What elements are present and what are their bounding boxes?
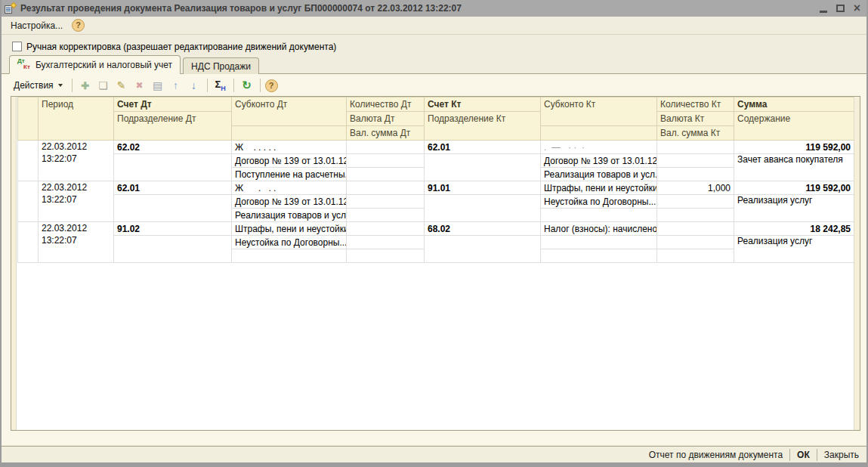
posting-row[interactable]: ДтКт 22.03.201213:22:07 91.02 Штрафы, пе… <box>18 222 854 236</box>
subdiv-kt-cell[interactable] <box>425 154 541 181</box>
subdiv-kt-cell[interactable] <box>425 236 541 263</box>
qty-kt-cell[interactable] <box>657 222 734 236</box>
period-cell[interactable]: 22.03.201213:22:07 <box>39 141 114 181</box>
cur-dt-cell[interactable] <box>347 195 425 209</box>
cur-dt-cell[interactable] <box>347 154 425 168</box>
amount-cell[interactable]: 119 592,00 <box>734 181 854 195</box>
header-qty-kt: Количество Кт <box>657 97 734 112</box>
posting-row[interactable]: ДтКт 22.03.201213:22:07 62.02 Ж . . . . … <box>18 141 854 154</box>
cursum-dt-cell[interactable] <box>347 209 425 222</box>
subconto-dt-cell[interactable]: Договор № 139 от 13.01.12г. <box>232 154 347 168</box>
subconto-dt-cell[interactable]: Ж . . . . . <box>232 141 347 154</box>
subconto-dt-cell[interactable] <box>232 249 347 263</box>
cursum-kt-cell[interactable] <box>657 209 734 222</box>
refresh-icon[interactable]: ↻ <box>239 78 255 93</box>
subconto-kt-cell[interactable]: Неустойка по Договорны... <box>541 195 657 209</box>
subdiv-dt-cell[interactable] <box>114 195 232 222</box>
posting-row[interactable]: Договор № 139 от 13.01.12г. Неустойка по… <box>18 195 854 209</box>
posting-row[interactable]: ДтКт 22.03.201213:22:07 62.01 Ж . . . 91… <box>18 181 854 195</box>
help-icon[interactable]: ? <box>265 79 278 92</box>
header-cursum-kt: Вал. сумма Кт <box>657 126 734 141</box>
menu-settings[interactable]: Настройка... <box>8 19 66 32</box>
content-cell[interactable]: Реализация услуг <box>734 195 854 222</box>
subconto-dt-cell[interactable]: Неустойка по Договорны... <box>232 236 347 249</box>
tab-vat-sales[interactable]: НДС Продажи <box>183 57 259 74</box>
toolbar-separator <box>207 79 208 92</box>
qty-dt-cell[interactable] <box>347 222 425 236</box>
subconto-kt-cell[interactable]: Штрафы, пени и неустойки... <box>541 181 657 195</box>
subconto-dt-cell[interactable]: Ж . . . <box>232 181 347 195</box>
account-dt-cell[interactable]: 62.01 <box>114 181 232 195</box>
header-period: Период <box>39 97 114 141</box>
window-title: Результат проведения документа Реализаци… <box>20 3 815 14</box>
subconto-kt-cell[interactable] <box>541 249 657 263</box>
cur-kt-cell[interactable] <box>657 154 734 168</box>
close-button[interactable]: Закрыть <box>824 450 859 460</box>
cursum-kt-cell[interactable] <box>657 168 734 181</box>
subconto-kt-cell[interactable]: Налог (взносы): начислено... <box>541 222 657 236</box>
header-subdiv-dt: Подразделение Дт <box>114 112 232 141</box>
cursum-kt-cell[interactable] <box>657 249 734 263</box>
delete-icon[interactable]: ✖ <box>131 78 148 93</box>
subconto-dt-cell[interactable]: Договор № 139 от 13.01.12г. <box>232 195 347 209</box>
period-cell[interactable]: 22.03.201213:22:07 <box>39 181 114 222</box>
subconto-kt-cell[interactable]: . — · · · <box>541 141 657 154</box>
posting-row[interactable]: Неустойка по Договорны... Реализация усл… <box>18 236 854 249</box>
cur-kt-cell[interactable] <box>657 236 734 249</box>
header-amount: Сумма <box>734 97 854 112</box>
subconto-dt-cell[interactable]: Поступление на расчетны... <box>232 168 347 181</box>
ok-button[interactable]: ОК <box>797 450 810 460</box>
account-dt-cell[interactable]: 62.02 <box>114 141 232 154</box>
subdiv-kt-cell[interactable] <box>425 195 541 222</box>
account-dt-cell[interactable]: 91.02 <box>114 222 232 236</box>
move-down-icon[interactable]: ↓ <box>186 78 202 93</box>
toolbar-separator <box>260 79 261 92</box>
actions-menu-button[interactable]: Действия <box>11 79 67 92</box>
qty-kt-cell[interactable]: 1,000 <box>657 181 734 195</box>
content-cell[interactable]: Реализация услуг <box>734 236 854 263</box>
header-content: Содержание <box>734 112 854 141</box>
qty-kt-cell[interactable] <box>657 141 734 154</box>
subconto-kt-cell[interactable] <box>541 209 657 222</box>
edit-icon[interactable]: ✎ <box>113 78 130 93</box>
header-subconto-dt-filler <box>232 126 347 141</box>
subconto-kt-cell[interactable]: Договор № 139 от 13.01.12г. <box>541 154 657 168</box>
subconto-kt-cell[interactable]: Реализация товаров и усл... <box>541 168 657 181</box>
manual-adjustment-checkbox[interactable] <box>12 42 22 51</box>
close-icon[interactable]: × <box>854 3 860 14</box>
subdiv-dt-cell[interactable] <box>114 154 232 181</box>
qty-dt-cell[interactable] <box>347 141 425 154</box>
window-controls: × <box>820 3 860 14</box>
copy-icon[interactable]: ❏ <box>95 78 112 93</box>
content-cell[interactable]: Зачет аванса покупателя <box>734 154 854 181</box>
minimize-icon[interactable] <box>820 11 827 13</box>
amount-cell[interactable]: 119 592,00 <box>734 141 854 154</box>
subconto-dt-cell[interactable]: Реализация товаров и усл... <box>232 209 347 222</box>
posting-row[interactable]: Договор № 139 от 13.01.12г. Договор № 13… <box>18 154 854 168</box>
move-up-icon[interactable]: ↑ <box>168 78 184 93</box>
cur-kt-cell[interactable] <box>657 195 734 209</box>
manual-adjustment-label: Ручная корректировка (разрешает редактир… <box>26 42 336 52</box>
account-kt-cell[interactable]: 62.01 <box>425 141 541 154</box>
cursum-dt-cell[interactable] <box>347 249 425 263</box>
account-kt-cell[interactable]: 68.02 <box>425 222 541 236</box>
save-interval-icon[interactable]: ▤ <box>150 78 166 93</box>
subconto-kt-cell[interactable] <box>541 236 657 249</box>
grid-left-margin <box>11 97 17 430</box>
subconto-dt-cell[interactable]: Штрафы, пени и неустойки... <box>232 222 347 236</box>
period-cell[interactable]: 22.03.201213:22:07 <box>39 222 114 263</box>
tab-accounting[interactable]: Дт Кт Бухгалтерский и налоговый учет <box>9 55 181 74</box>
cursum-dt-cell[interactable] <box>347 168 425 181</box>
report-movements-button[interactable]: Отчет по движениям документа <box>649 450 783 460</box>
qty-dt-cell[interactable] <box>347 181 425 195</box>
toolbar-separator <box>233 79 234 92</box>
add-icon[interactable]: ✚ <box>77 78 94 93</box>
cur-dt-cell[interactable] <box>347 236 425 249</box>
account-kt-cell[interactable]: 91.01 <box>425 181 541 195</box>
maximize-icon[interactable] <box>836 5 845 12</box>
amount-cell[interactable]: 18 242,85 <box>734 222 854 236</box>
help-icon[interactable]: ? <box>72 19 85 32</box>
subdiv-dt-cell[interactable] <box>114 236 232 263</box>
header-qty-dt: Количество Дт <box>347 97 425 112</box>
totals-icon[interactable]: ΣH <box>212 78 229 93</box>
